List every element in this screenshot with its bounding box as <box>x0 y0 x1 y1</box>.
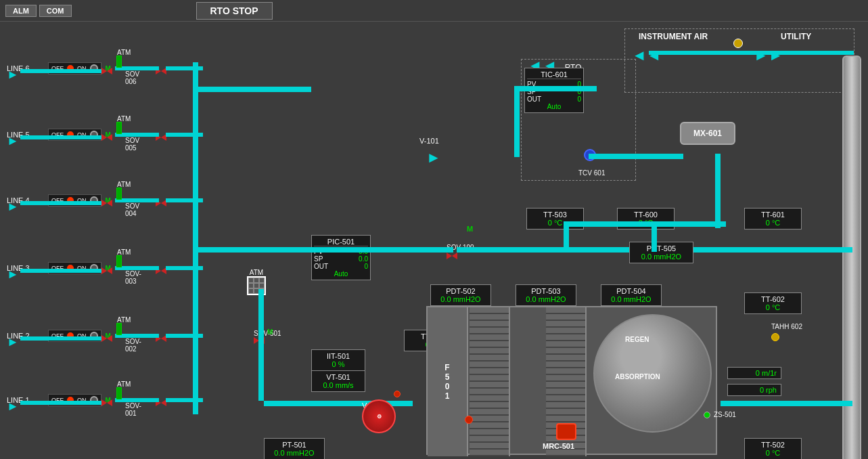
tt502-val: 0 <box>766 449 770 457</box>
pdt503-box[interactable]: PDT-503 0.0 mmH2O <box>516 284 576 306</box>
speed2-val: 0 <box>760 386 764 394</box>
tic-vert-pipe <box>514 86 520 157</box>
tcv601-group: TCV 601 <box>578 169 605 177</box>
sov100-valve[interactable] <box>447 253 457 259</box>
instrument-air-label: INSTRUMENT AIR <box>639 32 708 41</box>
zs501-dot <box>704 412 710 418</box>
line4-green-valve[interactable] <box>116 188 122 200</box>
pic501-sp-label: SP <box>314 255 323 263</box>
pdt505-box[interactable]: PDT-505 0.0 mmH2O <box>629 242 693 263</box>
pt501-val: 0.0 <box>274 449 284 457</box>
line1-group: LINE 1 OFF ON M ATM SOV-001 ► <box>7 394 111 406</box>
line3-group: LINE 3 OFF ON M ATM SOV-003 ► <box>7 262 111 274</box>
tcv-mx-pipe <box>589 154 683 159</box>
filter-column1 <box>470 307 510 456</box>
line5-sov: SOV 005 <box>125 137 139 152</box>
mrc501-motor[interactable] <box>556 423 576 440</box>
line2-group: LINE 2 OFF ON M ATM SOV-002 ► <box>7 330 111 342</box>
tahh602-label: TAHH 602 <box>771 323 802 330</box>
v501-pump[interactable]: ⚙ <box>362 399 396 433</box>
vt501-box[interactable]: VT-501 0.0 mm/s <box>311 370 365 392</box>
mrc501-label: MRC-501 <box>543 442 574 450</box>
iit501-val: 0 <box>332 360 336 368</box>
tt502-box[interactable]: TT-502 0 °C <box>744 438 802 459</box>
pic501-sp-val: 0.0 <box>359 255 368 263</box>
pdt502-val: 0.0 <box>440 295 451 303</box>
pdt502-box[interactable]: PDT-502 0.0 mmH2O <box>430 284 491 306</box>
line5-arrow: ► <box>7 134 19 148</box>
f501-label: F <box>444 363 449 372</box>
zs501-group: ZS-501 <box>704 411 736 418</box>
tt503-val: 0 <box>548 219 552 227</box>
utility-label: UTILITY <box>781 32 811 41</box>
speed1-unit: m/1r <box>762 369 777 377</box>
regen-label: REGEN <box>625 336 649 343</box>
speed1-val: 0 <box>756 369 760 377</box>
sov100-h-pipe <box>196 247 453 253</box>
pt501-box[interactable]: PT-501 0.0 mmH2O <box>264 438 325 459</box>
top-meas-h-pipe2 <box>652 221 726 227</box>
line2-sov: SOV-002 <box>125 338 141 353</box>
mx601-box[interactable]: MX-601 <box>680 122 735 145</box>
pdt503-unit: mmH2O <box>539 295 566 303</box>
main-vertical-pipe <box>193 62 198 414</box>
sov501-vert-pipe2 <box>258 333 264 401</box>
pdt505-unit: mmH2O <box>654 253 681 261</box>
drum-circle: REGEN ABSORPTION <box>593 314 712 433</box>
pal-panel: INSTRUMENT AIR UTILITY PAL 100 ►► ►► <box>624 28 854 93</box>
tt503-title: TT-503 <box>531 211 579 219</box>
utility-arrows: ►► <box>754 47 783 64</box>
speed2-box: 0 rph <box>727 384 781 396</box>
sov100-m: M <box>467 225 473 233</box>
speed2-unit: rph <box>766 386 777 394</box>
tic-horiz-pipe <box>516 86 597 91</box>
speed1-box: 0 m/1r <box>727 367 781 379</box>
alm-button[interactable]: ALM <box>5 5 37 17</box>
vt501-title: VT-501 <box>316 373 361 381</box>
pal-dot-indicator <box>733 39 743 48</box>
main-horizontal-pipe <box>196 87 311 92</box>
v101-label: V-101 <box>419 137 439 145</box>
mx601-label: MX-601 <box>693 129 722 138</box>
tt503-unit: °C <box>554 219 562 227</box>
absorption-label: ABSORPTION <box>615 373 660 380</box>
line6-green-valve[interactable] <box>116 56 122 68</box>
pdt505-title: PDT-505 <box>634 244 689 253</box>
iit501-title: IIT-501 <box>316 352 361 360</box>
pdt504-val: 0.0 <box>611 295 621 303</box>
pt501-unit: mmH2O <box>287 449 315 457</box>
tt601-val: 0 <box>766 219 770 227</box>
tcv601-label: TCV 601 <box>578 169 605 177</box>
line6-pipe <box>20 69 101 73</box>
line6-sov: SOV 006 <box>125 70 139 85</box>
line4-group: LINE 4 OFF ON M ATM SOV 004 ► <box>7 194 111 206</box>
tahh602-group: TAHH 602 <box>771 323 802 341</box>
vt501-val: 0.0 <box>323 381 333 389</box>
tt602-box[interactable]: TT-602 0 °C <box>744 292 802 314</box>
tahh602-dot <box>771 333 779 341</box>
pdt504-box[interactable]: PDT-504 0.0 mmH2O <box>601 284 662 306</box>
line5-green-valve[interactable] <box>116 122 122 134</box>
sov501-m: M <box>267 328 273 336</box>
right-column <box>842 56 861 459</box>
pic501-title[interactable]: PIC-501 <box>314 238 368 246</box>
zs501-label: ZS-501 <box>714 411 736 418</box>
pdt502-title: PDT-502 <box>435 287 486 295</box>
com-button[interactable]: COM <box>39 5 72 17</box>
iit501-unit: % <box>338 360 345 368</box>
vt501-unit: mm/s <box>336 381 354 389</box>
right-pipe-bottom <box>721 401 852 406</box>
pdt503-val: 0.0 <box>526 295 536 303</box>
line6-flow-arrow: ► <box>7 68 19 82</box>
tic601-dashed-border <box>521 59 636 181</box>
tt602-unit: °C <box>772 303 780 311</box>
v101-arrow: ► <box>426 149 441 167</box>
iit501-box[interactable]: IIT-501 0 % <box>311 349 365 371</box>
tt601-box[interactable]: TT-601 0 °C <box>744 208 802 230</box>
absorption-unit: F 5 0 1 REGEN ABSORPTION MRC-501 <box>426 306 717 455</box>
tt602-title: TT-602 <box>749 295 797 303</box>
pic501-mode: Auto <box>314 270 368 278</box>
pic501-box: PIC-501 PV 0.0 SP 0.0 OUT 0 Auto <box>311 235 371 280</box>
line5-group: LINE 5 OFF ON M ATM SOV 005 ► <box>7 129 111 141</box>
v501-pump-group: ⚙ V-501 <box>362 399 382 410</box>
